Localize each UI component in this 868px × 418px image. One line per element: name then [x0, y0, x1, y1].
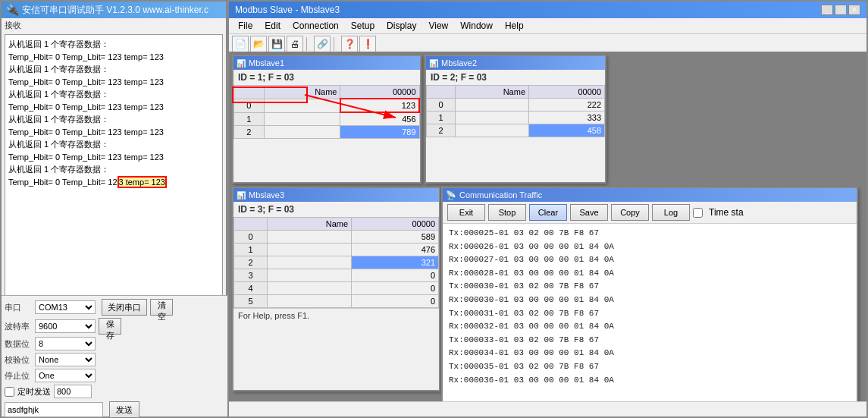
- recv-line-0: 从机返回 1 个寄存器数据：: [8, 38, 219, 51]
- slave3-cell-value-5[interactable]: 0: [352, 295, 439, 308]
- menu-help[interactable]: Help: [499, 20, 530, 32]
- close-button[interactable]: ✕: [848, 5, 860, 15]
- menu-display[interactable]: Display: [381, 20, 422, 32]
- slave3-row-0: 0 589: [234, 231, 439, 244]
- toolbar-open[interactable]: 📂: [250, 36, 267, 52]
- toolbar-about[interactable]: ❗: [359, 36, 376, 52]
- comm-line-8: Tx:000033-01 03 02 00 7B F8 67: [449, 334, 851, 347]
- comm-line-1: Rx:000026-01 03 00 00 00 01 84 0A: [449, 240, 851, 254]
- recv-line-9: Temp_Hbit= 0 Temp_Lbit= 123 temp= 123: [8, 151, 219, 164]
- slave2-cell-name-2: [456, 124, 529, 137]
- comm-line-7: Rx:000032-01 03 00 00 00 01 84 0A: [449, 320, 851, 334]
- stop-button[interactable]: Stop: [488, 204, 526, 221]
- toolbar-save[interactable]: 💾: [268, 36, 285, 52]
- maximize-button[interactable]: □: [835, 5, 847, 15]
- toolbar-print[interactable]: 🖨: [287, 36, 303, 52]
- slave3-cell-value-0[interactable]: 589: [352, 231, 439, 244]
- exit-button[interactable]: Exit: [447, 204, 485, 221]
- slave3-window: 📊 Mbslave3 ID = 3; F = 03 Name 00000 0: [232, 187, 440, 391]
- comm-title-icon: 📡: [446, 190, 456, 200]
- slave2-row-2: 2 458: [427, 124, 605, 137]
- comm-traffic-window: 📡 Communication Traffic Exit Stop Clear …: [441, 187, 858, 401]
- timestamp-checkbox[interactable]: [693, 208, 703, 218]
- timer-label: 定时发送: [17, 386, 51, 398]
- port-select[interactable]: COM13: [35, 300, 96, 314]
- slave1-cell-value-1[interactable]: 456: [340, 112, 419, 126]
- timer-row: 定时发送: [5, 385, 226, 398]
- slave2-cell-value-2[interactable]: 458: [529, 124, 605, 137]
- slave2-cell-idx-0: 0: [427, 99, 456, 112]
- slave1-title: Mbslave1: [249, 58, 284, 68]
- slave2-cell-idx-2: 2: [427, 124, 456, 137]
- timer-checkbox[interactable]: [5, 387, 14, 397]
- data-select[interactable]: 8: [35, 337, 96, 350]
- copy-button[interactable]: Copy: [611, 204, 649, 221]
- slave2-cell-value-0[interactable]: 222: [529, 99, 605, 112]
- log-button[interactable]: Log: [652, 204, 690, 221]
- recv-line-10: 从机返回 1 个寄存器数据：: [8, 163, 219, 176]
- slave2-row-1: 1 333: [427, 112, 605, 124]
- slave2-cell-value-1[interactable]: 333: [529, 112, 605, 124]
- recv-area: 从机返回 1 个寄存器数据： Temp_Hbit= 0 Temp_Lbit= 1…: [5, 34, 223, 330]
- toolbar-new[interactable]: 📄: [232, 36, 249, 52]
- slave3-cell-idx-0: 0: [234, 231, 268, 244]
- slave3-table: Name 00000 0 589 1 476: [233, 217, 439, 308]
- timestamp-label: Time sta: [709, 207, 744, 218]
- bottom-panel: 串口 COM13 关闭串口 清空 波特率 9600 保存 数据位 8 校验位 N…: [2, 295, 229, 416]
- toolbar-connect[interactable]: 🔗: [314, 36, 331, 52]
- clear-button-comm[interactable]: Clear: [529, 204, 567, 221]
- recv-line-7: Temp_Hbit= 0 Temp_Lbit= 123 temp= 123: [8, 126, 219, 139]
- minimize-button[interactable]: _: [821, 5, 833, 15]
- clear-button[interactable]: 清空: [150, 299, 173, 316]
- stop-select[interactable]: One: [35, 369, 96, 382]
- slave2-cell-name-0: [456, 99, 529, 112]
- slave1-col-value: 00000: [340, 86, 419, 99]
- close-port-button[interactable]: 关闭串口: [102, 299, 147, 316]
- mdi-area: 📊 Mbslave1 ID = 1; F = 03 Name 00000 0: [229, 52, 866, 401]
- menu-file[interactable]: File: [232, 20, 259, 32]
- send-button[interactable]: 发送: [109, 401, 139, 418]
- comm-content: Tx:000025-01 03 02 00 7B F8 67 Rx:000026…: [443, 224, 857, 401]
- menu-edit[interactable]: Edit: [259, 20, 287, 32]
- baud-select[interactable]: 9600: [35, 319, 96, 333]
- recv-line-8: 从机返回 1 个寄存器数据：: [8, 138, 219, 151]
- win-controls: _ □ ✕: [821, 5, 860, 15]
- stop-label: 停止位: [5, 370, 35, 382]
- stop-row: 停止位 One: [5, 369, 226, 382]
- recv-label: 接收: [2, 18, 226, 31]
- recv-line-11: Temp_Hbit= 0 Temp_Lbit= 123 temp= 123: [8, 176, 219, 189]
- slave3-row-1: 1 476: [234, 244, 439, 256]
- slave3-cell-idx-4: 4: [234, 282, 268, 295]
- timer-input[interactable]: [54, 385, 92, 398]
- send-input[interactable]: [5, 402, 103, 417]
- slave1-cell-value-0[interactable]: 123: [340, 99, 419, 112]
- slave1-cell-idx-1: 1: [234, 112, 265, 126]
- slave3-cell-value-2[interactable]: 321: [352, 256, 439, 269]
- slave1-cell-value-2[interactable]: 789: [340, 126, 419, 139]
- slave2-col-value: 00000: [529, 86, 605, 99]
- slave3-cell-value-3[interactable]: 0: [352, 269, 439, 282]
- comm-line-3: Rx:000028-01 03 00 00 00 01 84 0A: [449, 267, 851, 281]
- menu-setup[interactable]: Setup: [345, 20, 381, 32]
- menu-connection[interactable]: Connection: [287, 20, 345, 32]
- save-button[interactable]: 保存: [99, 318, 121, 335]
- slave3-col-name: Name: [267, 218, 351, 231]
- comm-line-11: Rx:000036-01 03 00 00 00 01 84 0A: [449, 374, 851, 388]
- check-select[interactable]: None: [35, 353, 96, 366]
- slave3-cell-value-4[interactable]: 0: [352, 282, 439, 295]
- menu-view[interactable]: View: [422, 20, 454, 32]
- slave3-cell-name-0: [267, 231, 351, 244]
- slave3-cell-value-1[interactable]: 476: [352, 244, 439, 256]
- toolbar-help[interactable]: ❓: [341, 36, 358, 52]
- comm-toolbar: Exit Stop Clear Save Copy Log Time sta: [443, 202, 857, 224]
- slave2-cell-idx-1: 1: [427, 112, 456, 124]
- slave2-row-0: 0 222: [427, 99, 605, 112]
- serial-icon: 🔌: [6, 4, 19, 16]
- slave1-cell-name-1: [264, 112, 340, 126]
- menu-window[interactable]: Window: [454, 20, 499, 32]
- slave1-table: Name 00000 0 123 1 456: [233, 85, 420, 139]
- slave1-window: 📊 Mbslave1 ID = 1; F = 03 Name 00000 0: [232, 55, 421, 184]
- slave3-cell-name-2: [267, 256, 351, 269]
- check-row: 校验位 None: [5, 353, 226, 366]
- comm-save-button[interactable]: Save: [570, 204, 608, 221]
